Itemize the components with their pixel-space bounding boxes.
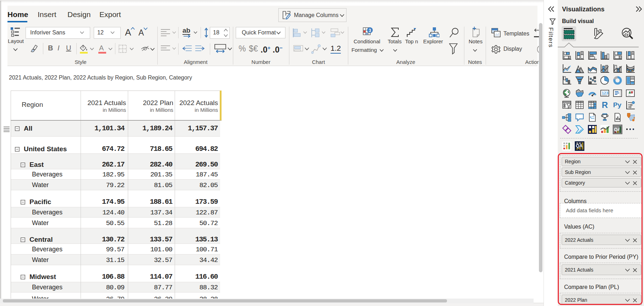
- svg-text:QA: QA: [576, 143, 583, 148]
- svg-text:Py: Py: [613, 101, 622, 109]
- svg-text:R: R: [602, 100, 608, 110]
- svg-text:A: A: [99, 44, 104, 52]
- svg-text:123: 123: [602, 91, 608, 95]
- svg-text:3: 3: [369, 28, 371, 33]
